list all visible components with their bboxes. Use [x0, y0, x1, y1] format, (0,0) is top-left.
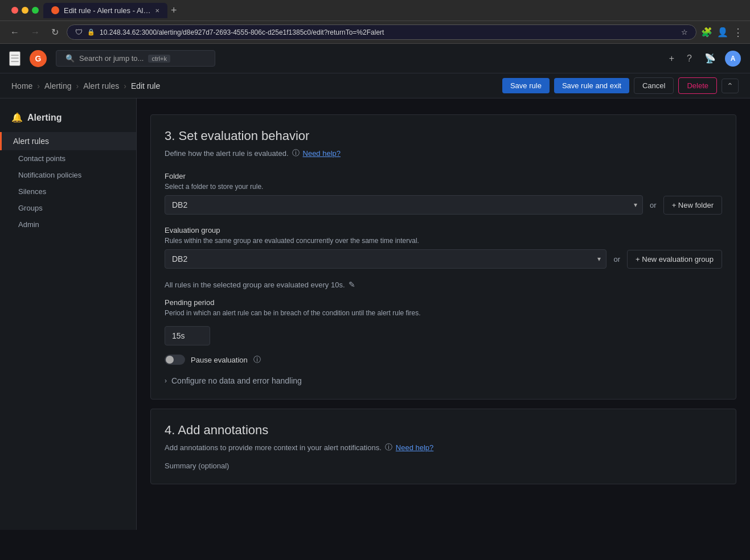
- sidebar-sub-label: Silences: [18, 187, 46, 196]
- section-3-subtitle-text: Define how the alert rule is evaluated.: [165, 149, 289, 158]
- sidebar-sub-label: Contact points: [18, 154, 65, 163]
- new-folder-button[interactable]: + New folder: [663, 196, 722, 215]
- search-placeholder-text: Search or jump to...: [79, 54, 144, 63]
- avatar-text: A: [731, 55, 736, 63]
- sidebar-item-notification-policies[interactable]: Notification policies: [0, 167, 136, 183]
- section-4-title: 4. Add annotations: [165, 423, 722, 438]
- configure-no-data-row[interactable]: › Configure no data and error handling: [165, 376, 722, 385]
- save-rule-button[interactable]: Save rule: [502, 78, 550, 93]
- sidebar-bell-icon: 🔔: [11, 112, 23, 123]
- tab-favicon: [51, 6, 59, 14]
- delete-button[interactable]: Delete: [678, 77, 717, 94]
- app-header: ☰ G 🔍 Search or jump to... ctrl+k + ? 📡 …: [0, 44, 750, 73]
- notification-button[interactable]: 📡: [701, 50, 719, 67]
- help-button[interactable]: ?: [683, 50, 695, 67]
- section-3-subtitle: Define how the alert rule is evaluated. …: [165, 148, 722, 158]
- sidebar-toggle-button[interactable]: ☰: [9, 51, 21, 66]
- section-3-info-icon[interactable]: ⓘ: [292, 148, 300, 158]
- configure-chevron-icon: ›: [165, 377, 167, 385]
- eval-note: All rules in the selected group are eval…: [165, 280, 722, 289]
- configure-label: Configure no data and error handling: [171, 376, 302, 385]
- breadcrumb-edit-rule: Edit rule: [131, 81, 160, 90]
- sidebar-item-contact-points[interactable]: Contact points: [0, 150, 136, 167]
- back-button[interactable]: ←: [7, 25, 23, 40]
- pending-help: Period in which an alert rule can be in …: [165, 309, 722, 317]
- folder-field-group: Folder Select a folder to store your rul…: [165, 172, 722, 215]
- eval-group-field-group: Evaluation group Rules within the same g…: [165, 226, 722, 269]
- app-body: 🔔 Alerting Alert rules Contact points No…: [0, 98, 750, 530]
- sidebar-item-label: Alert rules: [13, 137, 49, 146]
- bookmark-icon[interactable]: ☆: [681, 28, 688, 36]
- sidebar-sub-label: Groups: [18, 204, 43, 212]
- sidebar: 🔔 Alerting Alert rules Contact points No…: [0, 98, 137, 530]
- annotations-info-icon[interactable]: ⓘ: [385, 442, 392, 452]
- url-text: 10.248.34.62:3000/alerting/d8e927d7-2693…: [100, 28, 677, 36]
- grafana-logo[interactable]: G: [30, 50, 47, 67]
- tab-close-button[interactable]: ×: [155, 6, 159, 15]
- app-shell: ☰ G 🔍 Search or jump to... ctrl+k + ? 📡 …: [0, 44, 750, 530]
- extensions-icon[interactable]: 🧩: [701, 27, 712, 38]
- section-3-heading: Set evaluation behavior: [178, 129, 309, 143]
- eval-group-or-text: or: [613, 255, 620, 263]
- search-icon: 🔍: [65, 54, 75, 63]
- section-4-card: 4. Add annotations Add annotations to pr…: [150, 409, 736, 484]
- section-4-number: 4.: [165, 423, 175, 437]
- main-content: 3. Set evaluation behavior Define how th…: [137, 98, 750, 530]
- breadcrumb-actions: Save rule Save rule and exit Cancel Dele…: [502, 77, 739, 94]
- user-avatar[interactable]: A: [725, 51, 741, 67]
- menu-icon[interactable]: ⋮: [733, 26, 743, 39]
- sidebar-item-admin[interactable]: Admin: [0, 216, 136, 233]
- pending-input[interactable]: 15s: [165, 326, 210, 345]
- summary-label: Summary (optional): [165, 462, 722, 470]
- section-4-subtitle: Add annotations to provide more context …: [165, 442, 722, 452]
- breadcrumb-alert-rules[interactable]: Alert rules: [83, 81, 119, 90]
- toggle-knob: [166, 356, 174, 364]
- pause-evaluation-info-icon[interactable]: ⓘ: [253, 355, 261, 365]
- folder-select[interactable]: DB2: [165, 195, 643, 215]
- breadcrumb-alerting[interactable]: Alerting: [44, 81, 71, 90]
- section-3-help-link[interactable]: Need help?: [303, 149, 341, 158]
- browser-maximize[interactable]: [32, 7, 39, 14]
- save-rule-exit-button[interactable]: Save rule and exit: [554, 78, 629, 93]
- pause-evaluation-label: Pause evaluation: [191, 356, 248, 364]
- cancel-button[interactable]: Cancel: [634, 77, 674, 94]
- collapse-button[interactable]: ⌃: [722, 79, 739, 93]
- tab-bar: Edit rule - Alert rules - Al… × +: [0, 0, 750, 20]
- sidebar-sub-label: Notification policies: [18, 171, 81, 179]
- pending-section: Pending period Period in which an alert …: [165, 298, 722, 345]
- sidebar-item-silences[interactable]: Silences: [0, 183, 136, 200]
- section-3-number: 3.: [165, 129, 175, 143]
- sidebar-heading: Alerting: [27, 113, 62, 123]
- browser-close[interactable]: [11, 7, 18, 14]
- breadcrumb-home[interactable]: Home: [11, 81, 32, 90]
- sidebar-sub-label: Admin: [18, 220, 39, 229]
- eval-group-select[interactable]: DB2: [165, 249, 606, 269]
- new-evaluation-group-button[interactable]: + New evaluation group: [627, 250, 722, 269]
- section-3-card: 3. Set evaluation behavior Define how th…: [150, 114, 736, 400]
- nav-bar: ← → ↻ 🛡 🔒 10.248.34.62:3000/alerting/d8e…: [0, 20, 750, 43]
- refresh-button[interactable]: ↻: [48, 24, 62, 40]
- eval-note-text: All rules in the selected group are eval…: [165, 281, 345, 289]
- browser-tab[interactable]: Edit rule - Alert rules - Al… ×: [43, 3, 167, 18]
- folder-or-text: or: [650, 201, 657, 209]
- profile-icon[interactable]: 👤: [717, 27, 728, 38]
- edit-pencil-icon[interactable]: ✎: [349, 280, 355, 289]
- sidebar-title: 🔔 Alerting: [0, 108, 136, 132]
- folder-label: Folder: [165, 172, 722, 180]
- section-3-title: 3. Set evaluation behavior: [165, 129, 722, 143]
- forward-button[interactable]: →: [27, 25, 43, 40]
- new-tab-button[interactable]: +: [171, 5, 177, 17]
- sidebar-item-groups[interactable]: Groups: [0, 200, 136, 216]
- browser-minimize[interactable]: [22, 7, 28, 14]
- add-button[interactable]: +: [666, 50, 678, 67]
- search-shortcut: ctrl+k: [148, 55, 170, 63]
- folder-select-wrapper: DB2 ▾: [165, 195, 643, 215]
- search-bar[interactable]: 🔍 Search or jump to... ctrl+k: [56, 50, 215, 67]
- section-4-heading: Add annotations: [178, 423, 268, 437]
- logo-text: G: [35, 54, 42, 63]
- address-bar[interactable]: 🛡 🔒 10.248.34.62:3000/alerting/d8e927d7-…: [67, 24, 696, 40]
- pause-evaluation-toggle[interactable]: [165, 355, 185, 365]
- sidebar-item-alert-rules[interactable]: Alert rules: [0, 132, 136, 150]
- annotations-subtitle-text: Add annotations to provide more context …: [165, 443, 382, 452]
- annotations-help-link[interactable]: Need help?: [396, 443, 434, 452]
